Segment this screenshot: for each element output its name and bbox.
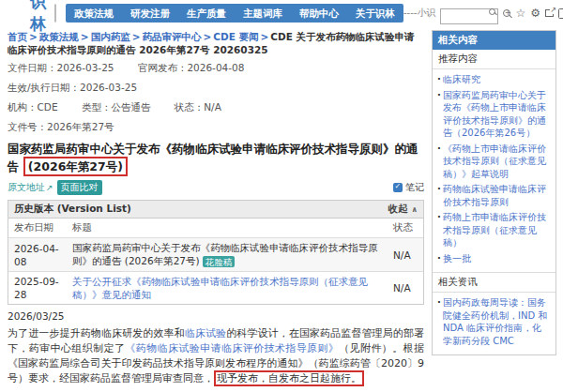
type-label: 类型： — [82, 101, 112, 113]
recommend-list: 临床研究 国家药监局药审中心关于发布《药物上市申请临床评价技术指导原则》的通告（… — [433, 69, 555, 273]
nav-thesaurus[interactable]: 主题词库 — [235, 4, 291, 23]
document-meta: 文件日期：2026-03-25 官网发布：2026-04-08 生效/执行日期：… — [8, 62, 424, 134]
breadcrumb-domestic[interactable]: 国内药监 — [91, 31, 130, 42]
notice-paragraph: 为了进一步提升药物临床研发的效率和临床试验的科学设计，在国家药品监督管理局的部署… — [8, 326, 424, 386]
file-no-value: 2026年第27号 — [47, 121, 114, 132]
section-tabs: 资讯 社区 视频 — [54, 4, 56, 23]
version-date: 2026-04-08 — [8, 238, 67, 272]
nav-help[interactable]: 帮助中心 — [291, 4, 347, 23]
collapse-button[interactable]: 收起 ∧ — [388, 203, 418, 216]
main-nav: 政策法规 研发注册 生产质量 主题词库 帮助中心 关于识林 — [66, 4, 403, 23]
version-title-link[interactable]: 关于公开征求《药物临床试验申请临床评价技术指导原则（征求意见稿）》意见的通知 — [72, 276, 368, 300]
version-status: N/A — [388, 272, 423, 305]
refresh-batch-link[interactable]: 换一批 — [437, 252, 551, 265]
gear-icon[interactable]: ⚙ — [530, 8, 540, 19]
breadcrumb-home[interactable]: 首页 — [8, 31, 27, 42]
breadcrumb-separator: > — [259, 31, 271, 42]
page-compare-button[interactable]: 页面比对 — [57, 180, 102, 195]
breadcrumb-cde-news[interactable]: CDE 要闻 — [213, 31, 258, 42]
breadcrumb-policy[interactable]: 政策法规 — [39, 31, 79, 42]
sidebar-link-guideline-draft[interactable]: 药物上市申请临床评价技术指导原则（征求意见稿） — [437, 211, 551, 249]
doc-title-number-highlight: (2026年第27号) — [23, 157, 128, 176]
site-pub-value: 2026-04-08 — [187, 62, 244, 73]
file-date-label: 文件日期： — [8, 62, 57, 73]
effective-statement-highlight: 现予发布，自发布之日起施行。 — [214, 370, 364, 386]
header-right: ----小识 ☆ ⚙ — [403, 6, 563, 22]
agency-label: 机构： — [8, 101, 38, 113]
breadcrumb-cde[interactable]: 药品审评中心 — [142, 31, 201, 42]
agency-value: CDE — [38, 101, 58, 113]
breadcrumb-separator: > — [130, 31, 143, 42]
user-greeting: ----小识 — [403, 7, 435, 20]
notes-checkbox[interactable] — [393, 183, 403, 192]
doc-toolbar: 原文地址 ↗ 页面比对 笔记 — [8, 180, 424, 195]
breadcrumb: 首页>政策法规>国内药监>药品审评中心>CDE 要闻>CDE 关于发布药物临床试… — [8, 30, 424, 56]
sidebar-link-draft-note[interactable]: 《药物上市申请临床评价技术指导原则（征求意见稿）》起草说明 — [437, 143, 551, 181]
breadcrumb-separator: > — [79, 31, 91, 42]
nav-policy[interactable]: 政策法规 — [66, 4, 122, 23]
notes-label: 笔记 — [405, 181, 424, 194]
col-header-title: 标题 — [67, 219, 388, 238]
col-header-date: 发布日期 — [8, 219, 67, 238]
sidebar-title: 相关内容 — [433, 31, 555, 50]
version-date: 2025-09-28 — [8, 272, 67, 305]
version-status: N/A — [388, 238, 423, 272]
related-sidebar: 相关内容 推荐内容 临床研究 国家药监局药审中心关于发布《药物上市申请临床评价技… — [432, 30, 556, 355]
breadcrumb-separator: > — [201, 31, 213, 42]
clinical-trial-link[interactable]: 临床试验 — [185, 327, 226, 339]
status-label: 状态： — [175, 101, 205, 113]
breadcrumb-separator: > — [27, 31, 39, 42]
site-pub-label: 官网发布： — [138, 62, 188, 73]
chevron-up-icon: ∧ — [412, 205, 418, 214]
external-link-icon: ↗ — [46, 183, 53, 192]
page-title: 国家药监局药审中心关于发布《药物临床试验申请临床评价技术指导原则》的通告 (20… — [8, 141, 424, 176]
search-box — [440, 6, 498, 22]
effective-date-label: 生效/执行日期： — [8, 82, 80, 93]
sidebar-link-weekly-digest[interactable]: 国内药政每周导读：国务院健全药价机制，IND 和 NDA 临床评价指南，化学新药… — [437, 296, 551, 347]
version-list-panel: 历史版本 (Version List) 收起 ∧ 发布日期 标题 状态 2026… — [8, 200, 424, 305]
sidebar-link-notice-26[interactable]: 国家药监局药审中心关于发布《药物上市申请临床评价技术指导原则》的通告（2026年… — [437, 89, 551, 140]
table-row: 2026-04-08 国家药监局药审中心关于发布《药物临床试验申请临床评价技术指… — [8, 238, 423, 272]
guideline-link[interactable]: 《药物临床试验申请临床评价技术指导原则》 — [125, 342, 339, 354]
file-no-label: 文件号： — [8, 121, 47, 132]
tab-news[interactable]: 资讯 — [55, 5, 56, 22]
nav-rnd[interactable]: 研发注册 — [122, 4, 178, 23]
star-icon[interactable]: ☆ — [515, 8, 525, 19]
version-table: 发布日期 标题 状态 2026-04-08 国家药监局药审中心关于发布《药物临床… — [8, 219, 423, 304]
share-icon[interactable] — [545, 9, 554, 17]
redline-badge[interactable]: 花脸稿 — [203, 256, 236, 267]
sidebar-link-guideline[interactable]: 药物临床试验申请临床评价技术指导原则 — [437, 183, 551, 208]
sidebar-link-clinical-research[interactable]: 临床研究 — [437, 73, 551, 86]
top-header: 识林 资讯 社区 视频 政策法规 研发注册 生产质量 主题词库 帮助中心 关于识… — [0, 0, 563, 26]
status-value: N/A — [204, 101, 221, 113]
nav-about[interactable]: 关于识林 — [347, 4, 403, 23]
source-url-link[interactable]: 原文地址 — [8, 181, 45, 194]
col-header-status: 状态 — [388, 219, 423, 238]
nav-production[interactable]: 生产质量 — [178, 4, 235, 23]
recommend-section-title: 推荐内容 — [433, 50, 555, 69]
file-date-value: 2026-03-25 — [57, 62, 114, 73]
mobile-icon[interactable] — [558, 8, 563, 19]
notice-date: 2026/03/25 — [8, 310, 424, 322]
news-list: 国内药政每周导读：国务院健全药价机制，IND 和 NDA 临床评价指南，化学新药… — [433, 293, 555, 354]
version-list-title: 历史版本 (Version List) — [14, 203, 131, 216]
effective-date-value: 2026-03-25 — [80, 82, 137, 93]
paragraph-text: 为了进一步提升药物临床研发的效率和 — [8, 327, 185, 339]
type-value: 公告通告 — [111, 101, 150, 113]
zoom-search-icon[interactable] — [503, 9, 510, 17]
main-content: 首页>政策法规>国内药监>药品审评中心>CDE 要闻>CDE 关于发布药物临床试… — [8, 30, 424, 392]
news-section-title: 相关资讯 — [433, 273, 555, 293]
table-row: 2025-09-28 关于公开征求《药物临床试验申请临床评价技术指导原则（征求意… — [8, 272, 423, 305]
search-icon[interactable] — [489, 8, 495, 15]
